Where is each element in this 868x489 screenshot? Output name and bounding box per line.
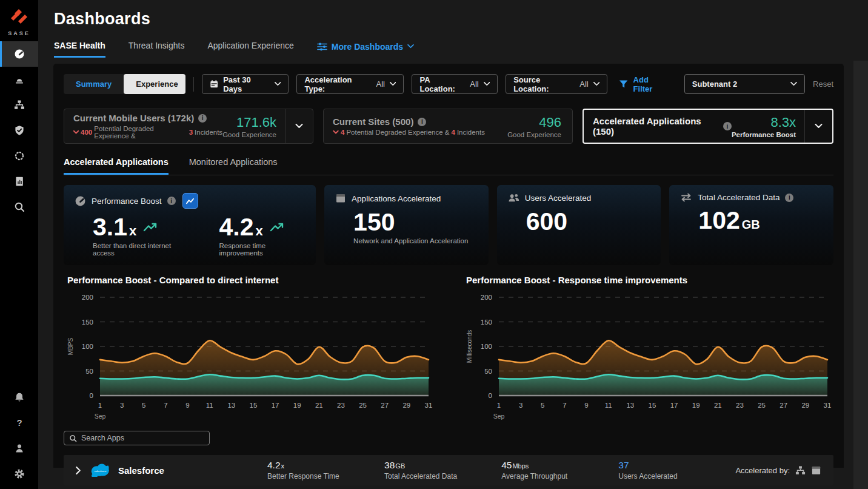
tab-accelerated-applications[interactable]: Accelerated Applications [64,157,169,175]
users-accelerated-link[interactable]: 37 [618,460,735,471]
sidebar-item-notifications[interactable] [0,385,38,410]
svg-text:0: 0 [90,392,93,399]
kpi-card-accelerated-apps[interactable]: Accelerated Applications (150) 8.3x Perf… [583,109,833,144]
incident-text: Incidents [457,129,485,136]
sidebar-item-reports[interactable] [0,169,38,194]
chevron-down-icon [484,82,490,86]
kpi-value: 8.3x [732,115,796,130]
svg-text:31: 31 [824,402,832,409]
add-filter-button[interactable]: Add Filter [619,75,669,93]
chevron-down-small-icon [333,130,339,134]
scrollbar-gutter[interactable] [853,61,868,489]
expand-card-button[interactable] [285,109,313,143]
sidebar-item-network[interactable] [0,92,38,118]
chevron-right-icon[interactable] [75,467,82,474]
sidebar-item-dashboards[interactable] [0,41,38,67]
chart-response-time: Performance Boost - Response time improv… [462,275,833,425]
users-accelerated-card: Users Accelerated 600 [497,185,661,265]
stat-value: 38 [384,460,395,471]
chart-view-button[interactable] [182,193,198,209]
kpi-card-sites[interactable]: Current Sites (500) 4 Potential Degraded… [323,109,573,144]
gear-icon [14,468,25,479]
svg-text:150: 150 [481,319,492,326]
tab-sase-health[interactable]: SASE Health [54,41,105,58]
sidebar-item-search[interactable] [0,194,38,220]
accelerated-by-label: Accelerated by: [735,466,790,475]
kpi-value: 171.6k [222,115,276,130]
kpi-cards: Current Mobile Users (172k) 400 Potentia… [64,109,833,144]
stat-better-response-time: 4.2x Better Response Time [267,460,384,481]
kpi-card-mobile-users[interactable]: Current Mobile Users (172k) 400 Potentia… [64,109,313,144]
tab-application-experience[interactable]: Application Experience [207,41,293,58]
metric-caption: Network and Application Acceleration [353,237,468,244]
trend-up-icon [143,222,158,232]
svg-text:13: 13 [227,402,235,409]
kpi-title: Current Sites (500) [333,116,413,127]
degraded-text: Potential Degraded Experience & [346,129,449,136]
accelerated-by: Accelerated by: [735,465,821,476]
line-chart-icon [185,197,195,205]
sliders-icon [317,42,327,51]
sidebar-item-applications[interactable] [0,143,38,169]
applications-accelerated-card: Applications Accelerated 150 Network and… [324,185,489,265]
palo-alto-logo-icon [8,6,30,27]
stat-total-accelerated-data: 38GB Total Accelerated Data [384,460,501,481]
pa-location-dropdown[interactable]: PA Location: All [412,74,498,94]
summary-toggle-button[interactable]: Summary [64,74,124,94]
stat-users-accelerated: 37 Users Accelerated [618,460,735,481]
salesforce-logo-icon: salesforce [91,464,110,477]
metric-unit: GB [742,218,760,231]
speedometer-icon [14,49,25,59]
svg-text:11: 11 [206,402,213,409]
sidebar-item-settings[interactable] [0,461,38,487]
tab-monitored-applications[interactable]: Monitored Applications [189,157,278,175]
tab-threat-insights[interactable]: Threat Insights [129,41,185,58]
svg-text:?: ? [16,417,22,428]
app-name: Salesforce [118,465,164,476]
time-range-dropdown[interactable]: Past 30 Days [202,74,289,94]
boost-stat-direct: 3.1x Better than direct internet access [93,214,188,257]
sitemap-icon [14,99,25,110]
dropdown-value: All [376,79,385,89]
svg-text:7: 7 [164,402,167,409]
info-icon[interactable] [418,118,426,126]
stat-label: Users Accelerated [618,472,735,481]
acceleration-type-dropdown[interactable]: Acceleration Type: All [296,74,404,94]
app-row-salesforce[interactable]: salesforce Salesforce 4.2x Better Respon… [64,455,833,485]
info-icon[interactable] [723,122,732,130]
info-icon[interactable] [167,197,176,205]
sidebar-item-user[interactable] [0,436,38,461]
area-chart-direct-internet: 050100150200MBPS135791113151719212325272… [64,288,435,425]
experience-toggle-button[interactable]: Experience [124,74,185,94]
sidebar-item-security[interactable] [0,118,38,143]
svg-text:9: 9 [185,402,189,409]
application-tabs: Accelerated Applications Monitored Appli… [64,157,833,175]
svg-text:5: 5 [541,402,544,409]
stat-value: 3.1 [93,214,127,240]
stat-average-throughput: 45Mbps Average Throughput [501,460,618,481]
search-apps-input[interactable]: Search Apps [64,431,210,445]
source-location-dropdown[interactable]: Source Location: All [506,74,607,94]
incident-text: Incidents [195,129,222,136]
sidebar-item-alerts[interactable] [0,67,38,92]
stat-label: Better Response Time [267,472,384,481]
kpi-title: Accelerated Applications (150) [593,116,719,137]
incident-count: 4 [451,129,455,136]
sidebar: SASE [0,0,38,489]
incident-count: 3 [189,129,193,136]
sidebar-item-help[interactable]: ? [0,410,38,436]
more-dashboards-button[interactable]: More Dashboards [317,42,414,57]
add-filter-label: Add Filter [633,75,669,93]
subtenant-select[interactable]: Subtenant 2 [684,74,805,94]
metric-title: Total Accelerated Data [698,193,780,202]
stat-unit: x [281,462,285,470]
expand-card-button[interactable] [804,110,832,143]
svg-text:Sep: Sep [493,413,505,420]
reset-button[interactable]: Reset [813,79,833,89]
info-icon[interactable] [785,194,793,202]
filter-funnel-icon [619,79,628,89]
stat-caption: Response time improvements [219,242,305,257]
info-icon[interactable] [198,114,207,123]
stat-caption: Better than direct internet access [93,242,188,257]
svg-text:200: 200 [481,294,492,301]
